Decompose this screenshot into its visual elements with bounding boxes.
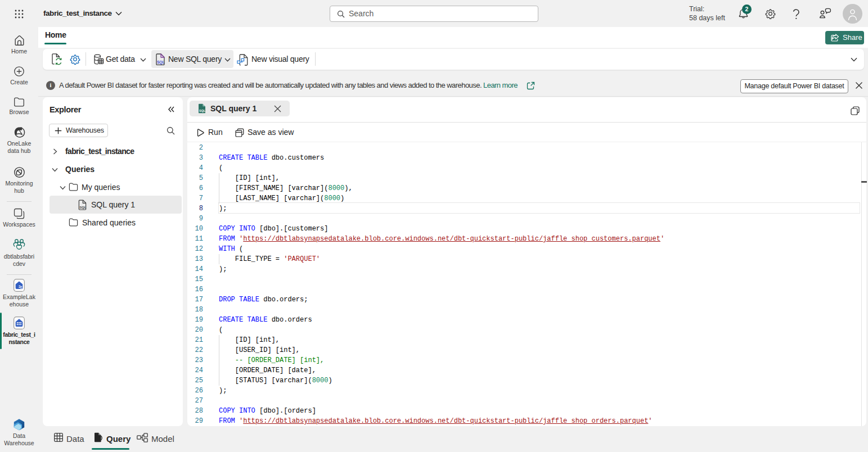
- svg-text:SQL: SQL: [199, 109, 206, 112]
- svg-text:SQL: SQL: [80, 206, 87, 209]
- svg-text:SQL: SQL: [157, 60, 165, 65]
